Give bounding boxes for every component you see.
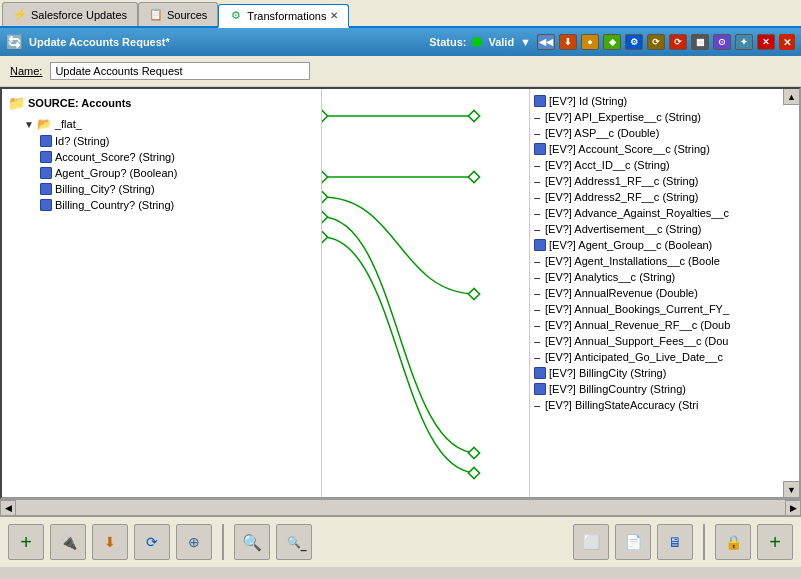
toolbar-icon-9[interactable]: ⊙ [713, 34, 731, 50]
target-field-asp: – [EV?] ASP__c (Double) [530, 125, 799, 141]
tab-transformations[interactable]: ⚙ Transformations ✕ [218, 4, 349, 28]
close-button[interactable]: ✕ [779, 34, 795, 50]
tree-group-label: _flat_ [55, 118, 82, 130]
target-field-analytics: – [EV?] Analytics__c (String) [530, 269, 799, 285]
tree-field-account-score: Account_Score? (String) [8, 149, 315, 165]
status-dropdown[interactable]: ▼ [520, 36, 531, 48]
toolbar-icon-11[interactable]: ✕ [757, 34, 775, 50]
transformations-icon: ⚙ [229, 9, 243, 23]
canvas-panel [322, 89, 529, 497]
field-billing-country-label: Billing_Country? (String) [55, 199, 174, 211]
svg-rect-1 [468, 110, 479, 121]
target-field-billing-state: – [EV?] BillingStateAccuracy (Stri [530, 397, 799, 413]
horizontal-scrollbar[interactable]: ◀ ▶ [0, 499, 801, 515]
name-input[interactable] [50, 62, 310, 80]
tool-button-6[interactable]: ⬜ [573, 524, 609, 560]
target-field-id: [EV?] Id (String) [530, 93, 799, 109]
tree-group: ▼ 📂 _flat_ [8, 115, 315, 133]
tool-button-4[interactable]: ⟳ [134, 524, 170, 560]
tab-sources[interactable]: 📋 Sources [138, 2, 218, 26]
field-icon [40, 183, 52, 195]
salesforce-icon: ⚡ [13, 8, 27, 22]
tool-button-3[interactable]: ⬇ [92, 524, 128, 560]
tab-salesforce-updates[interactable]: ⚡ Salesforce Updates [2, 2, 138, 26]
name-bar: Name: [0, 56, 801, 87]
tree-field-billing-city: Billing_City? (String) [8, 181, 315, 197]
field-icon [534, 95, 546, 107]
field-icon [534, 143, 546, 155]
svg-rect-11 [322, 231, 328, 242]
toolbar-icon-3[interactable]: ● [581, 34, 599, 50]
main-content: 📁 SOURCE: Accounts ▼ 📂 _flat_ Id? (Strin… [0, 87, 801, 499]
target-field-address1: – [EV?] Address1_RF__c (String) [530, 173, 799, 189]
svg-rect-9 [322, 211, 328, 222]
connection-canvas [322, 89, 529, 497]
field-icon [534, 383, 546, 395]
field-account-score-label: Account_Score? (String) [55, 151, 175, 163]
tree-root-label: SOURCE: Accounts [28, 97, 132, 109]
flat-folder-icon: 📂 [37, 117, 52, 131]
scroll-left-button[interactable]: ◀ [0, 500, 16, 516]
toolbar-icon-5[interactable]: ⚙ [625, 34, 643, 50]
tool-button-7[interactable]: 📄 [615, 524, 651, 560]
title-bar: 🔄 Update Accounts Request* Status: Valid… [0, 28, 801, 56]
target-field-agent-group: [EV?] Agent_Group__c (Boolean) [530, 237, 799, 253]
target-field-annual-bookings: – [EV?] Annual_Bookings_Current_FY_ [530, 301, 799, 317]
window-title: Update Accounts Request* [29, 36, 170, 48]
target-field-annual-revenue: – [EV?] AnnualRevenue (Double) [530, 285, 799, 301]
zoom-in-button[interactable]: 🔍 [234, 524, 270, 560]
toolbar-icon-10[interactable]: ✦ [735, 34, 753, 50]
tool-button-add-right[interactable]: + [757, 524, 793, 560]
add-button[interactable]: + [8, 524, 44, 560]
target-field-billing-country: [EV?] BillingCountry (String) [530, 381, 799, 397]
svg-rect-7 [322, 191, 328, 202]
target-field-list[interactable]: [EV?] Id (String) – [EV?] API_Expertise_… [530, 89, 799, 497]
source-panel: 📁 SOURCE: Accounts ▼ 📂 _flat_ Id? (Strin… [2, 89, 322, 497]
target-field-annual-support: – [EV?] Annual_Support_Fees__c (Dou [530, 333, 799, 349]
toolbar-icon-8[interactable]: ▦ [691, 34, 709, 50]
status-dot [472, 37, 482, 47]
expand-icon[interactable]: ▼ [24, 119, 34, 130]
bottom-toolbar: + 🔌 ⬇ ⟳ ⊕ 🔍 🔍 – ⬜ 📄 🖥 🔒 + [0, 515, 801, 567]
target-field-acct-id: – [EV?] Acct_ID__c (String) [530, 157, 799, 173]
tool-button-9[interactable]: 🔒 [715, 524, 751, 560]
target-field-agent-install: – [EV?] Agent_Installations__c (Boole [530, 253, 799, 269]
field-id-label: Id? (String) [55, 135, 109, 147]
tool-button-2[interactable]: 🔌 [50, 524, 86, 560]
toolbar-icon-7[interactable]: ⟳ [669, 34, 687, 50]
field-icon [40, 151, 52, 163]
folder-icon: 📁 [8, 95, 25, 111]
tool-button-8[interactable]: 🖥 [657, 524, 693, 560]
tab-bar: ⚡ Salesforce Updates 📋 Sources ⚙ Transfo… [0, 0, 801, 28]
status-section: Status: Valid ▼ [429, 36, 531, 48]
svg-rect-10 [468, 467, 479, 478]
toolbar-separator-2 [703, 524, 705, 560]
scroll-up-button[interactable]: ▲ [783, 89, 799, 105]
target-field-billing-city: [EV?] BillingCity (String) [530, 365, 799, 381]
toolbar-icon-2[interactable]: ⬇ [559, 34, 577, 50]
svg-rect-5 [322, 171, 328, 182]
scroll-track[interactable] [16, 500, 785, 515]
svg-rect-8 [468, 447, 479, 458]
zoom-out-button[interactable]: 🔍 – [276, 524, 312, 560]
toolbar-icon-1[interactable]: ◀◀ [537, 34, 555, 50]
svg-rect-2 [322, 110, 328, 121]
target-field-api: – [EV?] API_Expertise__c (String) [530, 109, 799, 125]
toolbar-icon-4[interactable]: ◆ [603, 34, 621, 50]
name-label: Name: [10, 65, 42, 77]
target-field-advertisement: – [EV?] Advertisement__c (String) [530, 221, 799, 237]
status-label: Status: [429, 36, 466, 48]
tool-button-5[interactable]: ⊕ [176, 524, 212, 560]
title-bar-left: 🔄 Update Accounts Request* [6, 34, 423, 50]
target-field-anticipated: – [EV?] Anticipated_Go_Live_Date__c [530, 349, 799, 365]
scroll-right-button[interactable]: ▶ [785, 500, 801, 516]
field-icon [534, 367, 546, 379]
target-field-account-score: [EV?] Account_Score__c (String) [530, 141, 799, 157]
target-field-advance: – [EV?] Advance_Against_Royalties__c [530, 205, 799, 221]
tree-field-agent-group: Agent_Group? (Boolean) [8, 165, 315, 181]
toolbar-icon-6[interactable]: ⟳ [647, 34, 665, 50]
field-icon [40, 199, 52, 211]
sources-icon: 📋 [149, 8, 163, 22]
scroll-down-button[interactable]: ▼ [783, 481, 799, 497]
update-icon: 🔄 [6, 34, 23, 50]
